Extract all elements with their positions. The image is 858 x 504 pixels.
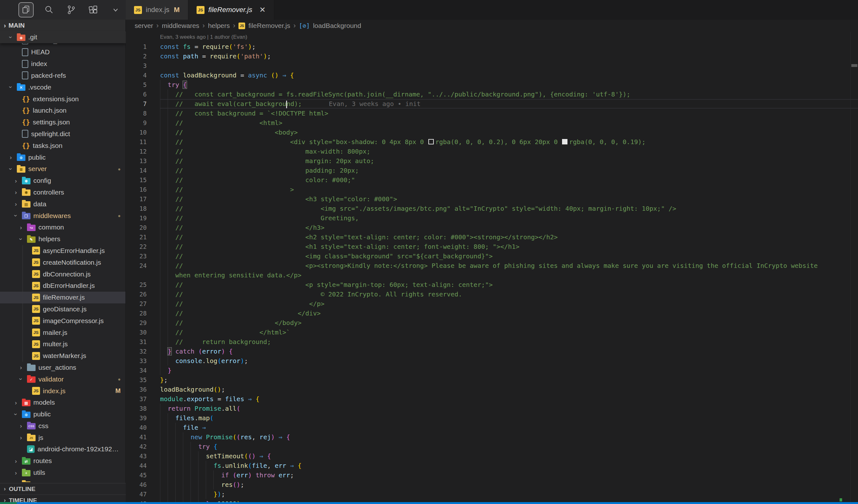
line-number[interactable]: 21 [126, 232, 160, 242]
code-line-20[interactable]: 20 // </h3> [126, 223, 858, 232]
tree-item-settings.json[interactable]: {}settings.json [0, 116, 126, 128]
code-line-15[interactable]: 15 // color: #000;" [126, 175, 858, 185]
line-number[interactable]: 47 [126, 489, 160, 499]
code-line-22[interactable]: 22 // <h1 style="text-align: center; fon… [126, 242, 858, 251]
code-line-16[interactable]: 16 // > [126, 185, 858, 194]
tree-item-geoDistance.js[interactable]: JSgeoDistance.js [0, 304, 126, 315]
line-number[interactable]: 42 [126, 442, 160, 451]
line-number[interactable]: 30 [126, 327, 160, 337]
code-line-31[interactable]: 31 // return background; [126, 337, 858, 346]
code-line-14[interactable]: 14 // padding: 20px; [126, 166, 858, 175]
code-line-24[interactable]: 24 // <p><strong>Kindly note:</strong> P… [126, 261, 858, 280]
status-bar[interactable] [0, 502, 858, 504]
line-number[interactable]: 11 [126, 137, 160, 147]
code-line-25[interactable]: 25 // <p style="margin-top: 60px; text-a… [126, 280, 858, 290]
code-line-3[interactable]: 3 [126, 61, 858, 70]
code-line-29[interactable]: 29 // </body> [126, 318, 858, 327]
tree-item-spellright.dict[interactable]: spellright.dict [0, 128, 126, 140]
chevron-down-icon[interactable] [109, 3, 123, 17]
code-line-38[interactable]: 38 return Promise.all( [126, 404, 858, 413]
code-line-32[interactable]: 32 } catch (error) { [126, 346, 858, 356]
timeline-section[interactable]: › TIMELINE [0, 494, 126, 502]
code-line-27[interactable]: 27 // </p> [126, 299, 858, 309]
line-number[interactable]: 17 [126, 194, 160, 204]
source-control-icon[interactable] [64, 3, 78, 17]
line-number[interactable]: 43 [126, 451, 160, 461]
line-number[interactable]: 45 [126, 470, 160, 480]
line-number[interactable]: 41 [126, 432, 160, 442]
line-number[interactable]: 44 [126, 461, 160, 470]
tree-item-HEAD[interactable]: HEAD [0, 46, 126, 58]
tree-item-data[interactable]: ›▤data [0, 198, 126, 210]
tree-item-dbErrorHandler.js[interactable]: JSdbErrorHandler.js [0, 280, 126, 292]
line-number[interactable]: 36 [126, 385, 160, 394]
scrollbar-slider[interactable] [851, 64, 857, 67]
code-line-45[interactable]: 45 if (err) throw err; [126, 470, 858, 480]
line-number[interactable]: 29 [126, 318, 160, 327]
code-line-43[interactable]: 43 setTimeout(() ⇒ { [126, 451, 858, 461]
tree-item-clipped[interactable]: ›JS [0, 478, 126, 482]
tree-item-createNotification.js[interactable]: JScreateNotification.js [0, 257, 126, 268]
tree-item-tasks.json[interactable]: {}tasks.json [0, 140, 126, 151]
line-number[interactable]: 8 [126, 109, 160, 118]
line-number[interactable]: 23 [126, 251, 160, 261]
line-number[interactable]: 40 [126, 423, 160, 432]
code-line-8[interactable]: 8 // const background = `<!DOCTYPE html> [126, 109, 858, 118]
tree-item-fileRemover.js[interactable]: JSfileRemover.js [0, 292, 126, 304]
code-line-30[interactable]: 30 // </html>` [126, 327, 858, 337]
line-number[interactable]: 38 [126, 404, 160, 413]
line-number[interactable]: 37 [126, 394, 160, 404]
code-line-6[interactable]: 6 // const cart_background = fs.readFile… [126, 90, 858, 99]
code-line-46[interactable]: 46 res(); [126, 480, 858, 489]
code-line-blame[interactable]: Evan, 3 weeks ago | 1 author (Evan) [126, 32, 858, 42]
line-number[interactable]: 24 [126, 261, 160, 280]
tree-item-utils[interactable]: ›+utils [0, 467, 126, 478]
outline-section[interactable]: › OUTLINE [0, 483, 126, 494]
code-line-4[interactable]: 4const loadBackground = async () ⇒ { [126, 70, 858, 80]
tree-item-imageCompressor.js[interactable]: JSimageCompressor.js [0, 315, 126, 327]
search-icon[interactable] [42, 3, 56, 17]
tree-item-asyncErrorHandler.js[interactable]: JSasyncErrorHandler.js [0, 245, 126, 257]
tree-item-helpers[interactable]: ›✎helpers [0, 233, 126, 245]
code-line-10[interactable]: 10 // <body> [126, 128, 858, 137]
code-line-2[interactable]: 2const path = require('path'); [126, 51, 858, 61]
tree-item-public[interactable]: ›⊕public [0, 408, 126, 420]
code-line-28[interactable]: 28 // </div> [126, 309, 858, 318]
code-line-9[interactable]: 9 // <html> [126, 118, 858, 128]
breadcrumb-item-server[interactable]: server [134, 22, 153, 30]
code-line-26[interactable]: 26 // © 2022 InCrypto. All rights reserv… [126, 290, 858, 299]
line-number[interactable]: 25 [126, 280, 160, 290]
code-line-44[interactable]: 44 fs.unlink(file, err ⇒ { [126, 461, 858, 470]
breadcrumb-item-fileRemover.js[interactable]: fileRemover.js [248, 22, 290, 30]
tree-item-user_actions[interactable]: ›user_actions [0, 362, 126, 374]
tree-item-packed-refs[interactable]: packed-refs [0, 70, 126, 82]
line-number[interactable]: 5 [126, 80, 160, 90]
line-number[interactable]: 4 [126, 70, 160, 80]
line-number[interactable]: 15 [126, 175, 160, 185]
line-number[interactable]: 2 [126, 51, 160, 61]
code-line-12[interactable]: 12 // max-width: 800px; [126, 147, 858, 156]
code-line-42[interactable]: 42 try { [126, 442, 858, 451]
line-number[interactable]: 26 [126, 290, 160, 299]
extensions-icon[interactable] [86, 3, 100, 17]
breadcrumb-item-loadBackground[interactable]: loadBackground [313, 22, 361, 30]
breadcrumb-item-middlewares[interactable]: middlewares [162, 22, 200, 30]
line-number[interactable]: 1 [126, 42, 160, 51]
line-number[interactable]: 28 [126, 309, 160, 318]
tree-item-server[interactable]: ›≣server● [0, 163, 126, 175]
line-number[interactable] [126, 32, 160, 42]
line-number[interactable]: 6 [126, 90, 160, 99]
line-number[interactable]: 9 [126, 118, 160, 128]
code-line-48[interactable]: 48 }, 10000) [126, 499, 858, 502]
tree-item-extensions.json[interactable]: {}extensions.json [0, 93, 126, 105]
tree-item-FETCH_HEAD[interactable]: FETCH_HEAD [0, 43, 126, 46]
code-line-13[interactable]: 13 // margin: 20px auto; [126, 156, 858, 166]
line-number[interactable]: 27 [126, 299, 160, 309]
line-number[interactable]: 20 [126, 223, 160, 232]
code-line-36[interactable]: 36loadBackground(); [126, 385, 858, 394]
tree-item-multer.js[interactable]: JSmulter.js [0, 338, 126, 350]
code-line-35[interactable]: 35}; [126, 375, 858, 385]
line-number[interactable]: 31 [126, 337, 160, 346]
tree-item-common[interactable]: ›↪common [0, 222, 126, 233]
tree-item-controllers[interactable]: ›✱controllers [0, 186, 126, 198]
